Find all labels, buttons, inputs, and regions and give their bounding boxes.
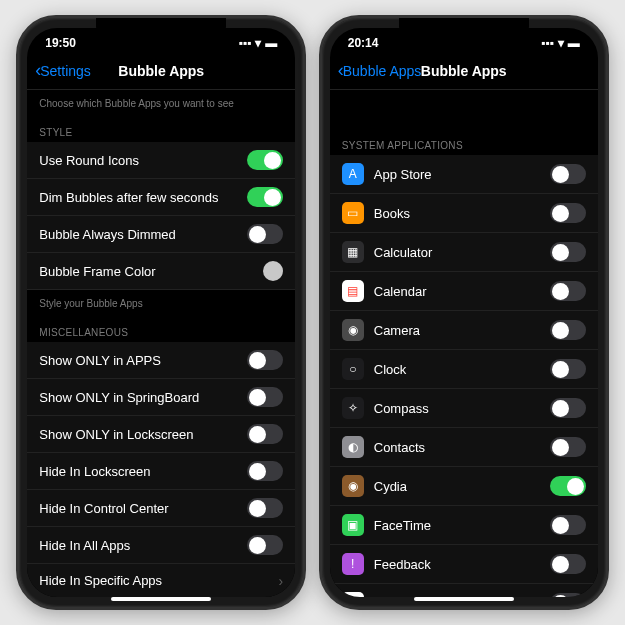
hide-specific-row[interactable]: Hide In Specific Apps › bbox=[27, 564, 295, 597]
signal-icon: ▪▪▪ bbox=[541, 36, 554, 50]
back-label: Bubble Apps bbox=[343, 63, 422, 79]
app-label: Contacts bbox=[374, 440, 550, 455]
misc-toggle[interactable] bbox=[247, 387, 283, 407]
setting-label: Dim Bubbles after few seconds bbox=[39, 190, 247, 205]
app-row: !Feedback bbox=[330, 545, 598, 584]
style-toggle[interactable] bbox=[247, 224, 283, 244]
app-row: ◐Contacts bbox=[330, 428, 598, 467]
screen: 19:50 ▪▪▪ ▾ ▬ ‹ Settings Bubble Apps Cho… bbox=[27, 28, 295, 597]
nav-bar: ‹ Settings Bubble Apps bbox=[27, 54, 295, 90]
app-row: AApp Store bbox=[330, 155, 598, 194]
battery-icon: ▬ bbox=[265, 36, 277, 50]
app-toggle[interactable] bbox=[550, 359, 586, 379]
setting-label: Hide In Lockscreen bbox=[39, 464, 247, 479]
app-row: ○Clock bbox=[330, 350, 598, 389]
app-icon: ◉ bbox=[342, 319, 364, 341]
misc-toggle[interactable] bbox=[247, 350, 283, 370]
section-header-style: STYLE bbox=[27, 113, 295, 142]
screen: 20:14 ▪▪▪ ▾ ▬ ‹ Bubble Apps Bubble Apps … bbox=[330, 28, 598, 597]
color-dot[interactable] bbox=[263, 261, 283, 281]
app-toggle[interactable] bbox=[550, 242, 586, 262]
content[interactable]: Choose which Bubble Apps you want to see… bbox=[27, 90, 295, 597]
status-time: 19:50 bbox=[45, 36, 76, 50]
setting-label: Show ONLY in Lockscreen bbox=[39, 427, 247, 442]
app-toggle[interactable] bbox=[550, 203, 586, 223]
app-row: ◉Cydia bbox=[330, 467, 598, 506]
app-icon: ◉ bbox=[342, 475, 364, 497]
app-icon: ○ bbox=[342, 358, 364, 380]
misc-toggle[interactable] bbox=[247, 498, 283, 518]
status-time: 20:14 bbox=[348, 36, 379, 50]
app-label: FaceTime bbox=[374, 518, 550, 533]
status-icons: ▪▪▪ ▾ ▬ bbox=[541, 36, 580, 50]
setting-row: Hide In Control Center bbox=[27, 490, 295, 527]
notch bbox=[399, 18, 529, 42]
style-toggle[interactable] bbox=[247, 150, 283, 170]
app-toggle[interactable] bbox=[550, 437, 586, 457]
misc-toggle[interactable] bbox=[247, 424, 283, 444]
phone-right: 20:14 ▪▪▪ ▾ ▬ ‹ Bubble Apps Bubble Apps … bbox=[319, 15, 609, 610]
content[interactable]: SYSTEM APPLICATIONS AApp Store▭Books▦Cal… bbox=[330, 90, 598, 597]
app-toggle[interactable] bbox=[550, 554, 586, 574]
page-title: Bubble Apps bbox=[421, 63, 507, 79]
nav-bar: ‹ Bubble Apps Bubble Apps bbox=[330, 54, 598, 90]
setting-row: Show ONLY in SpringBoard bbox=[27, 379, 295, 416]
back-button[interactable]: ‹ Settings bbox=[35, 60, 91, 81]
app-row: ▣FaceTime bbox=[330, 506, 598, 545]
app-row: ◉Camera bbox=[330, 311, 598, 350]
style-toggle[interactable] bbox=[247, 187, 283, 207]
app-toggle[interactable] bbox=[550, 593, 586, 597]
app-label: Camera bbox=[374, 323, 550, 338]
setting-row: Hide In All Apps bbox=[27, 527, 295, 564]
chevron-right-icon: › bbox=[279, 573, 284, 589]
style-footer: Style your Bubble Apps bbox=[27, 290, 295, 313]
app-toggle[interactable] bbox=[550, 476, 586, 496]
app-toggle[interactable] bbox=[550, 515, 586, 535]
misc-toggle[interactable] bbox=[247, 461, 283, 481]
app-row: ✧Compass bbox=[330, 389, 598, 428]
app-icon: ✧ bbox=[342, 397, 364, 419]
setting-label: Show ONLY in SpringBoard bbox=[39, 390, 247, 405]
page-description: Choose which Bubble Apps you want to see bbox=[27, 90, 295, 113]
frame-color-label: Bubble Frame Color bbox=[39, 264, 263, 279]
misc-toggle[interactable] bbox=[247, 535, 283, 555]
app-label: Feedback bbox=[374, 557, 550, 572]
setting-label: Bubble Always Dimmed bbox=[39, 227, 247, 242]
app-label: Calculator bbox=[374, 245, 550, 260]
setting-row: Show ONLY in APPS bbox=[27, 342, 295, 379]
app-toggle[interactable] bbox=[550, 281, 586, 301]
battery-icon: ▬ bbox=[568, 36, 580, 50]
app-row: ▭Books bbox=[330, 194, 598, 233]
app-row: ▤Calendar bbox=[330, 272, 598, 311]
app-label: Calendar bbox=[374, 284, 550, 299]
app-label: App Store bbox=[374, 167, 550, 182]
app-icon: ▣ bbox=[342, 514, 364, 536]
setting-row: Bubble Always Dimmed bbox=[27, 216, 295, 253]
phone-left: 19:50 ▪▪▪ ▾ ▬ ‹ Settings Bubble Apps Cho… bbox=[16, 15, 306, 610]
setting-label: Show ONLY in APPS bbox=[39, 353, 247, 368]
setting-row: Dim Bubbles after few seconds bbox=[27, 179, 295, 216]
setting-row: Use Round Icons bbox=[27, 142, 295, 179]
back-button[interactable]: ‹ Bubble Apps bbox=[338, 60, 422, 81]
setting-row: Show ONLY in Lockscreen bbox=[27, 416, 295, 453]
app-row: ▢Files bbox=[330, 584, 598, 597]
page-title: Bubble Apps bbox=[118, 63, 204, 79]
app-label: Clock bbox=[374, 362, 550, 377]
app-icon: A bbox=[342, 163, 364, 185]
app-icon: ▭ bbox=[342, 202, 364, 224]
app-label: Compass bbox=[374, 401, 550, 416]
status-icons: ▪▪▪ ▾ ▬ bbox=[238, 36, 277, 50]
section-header-misc: MISCELLANEOUS bbox=[27, 313, 295, 342]
app-toggle[interactable] bbox=[550, 164, 586, 184]
setting-label: Hide In All Apps bbox=[39, 538, 247, 553]
setting-label: Hide In Control Center bbox=[39, 501, 247, 516]
app-label: Cydia bbox=[374, 479, 550, 494]
app-toggle[interactable] bbox=[550, 398, 586, 418]
frame-color-row[interactable]: Bubble Frame Color bbox=[27, 253, 295, 290]
setting-label: Use Round Icons bbox=[39, 153, 247, 168]
app-label: Books bbox=[374, 206, 550, 221]
wifi-icon: ▾ bbox=[558, 36, 564, 50]
setting-row: Hide In Lockscreen bbox=[27, 453, 295, 490]
app-toggle[interactable] bbox=[550, 320, 586, 340]
app-icon: ! bbox=[342, 553, 364, 575]
